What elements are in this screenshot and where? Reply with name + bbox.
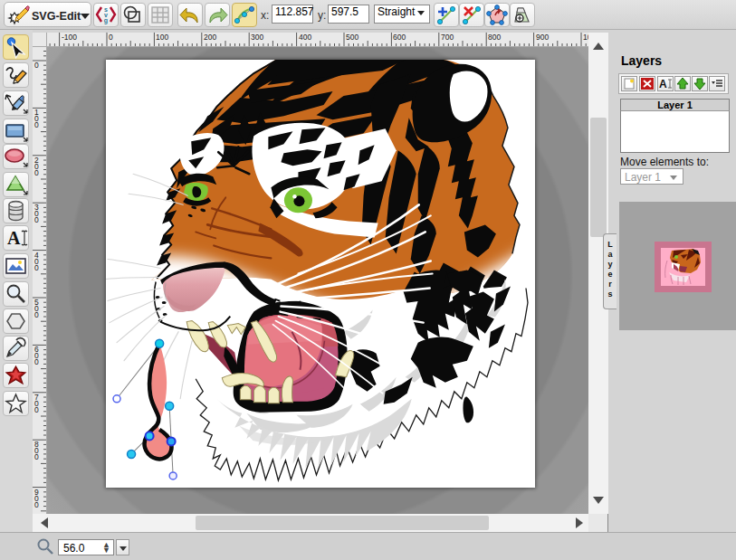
svg-text:500: 500 (34, 298, 39, 319)
svg-text:800: 800 (34, 440, 39, 461)
svg-text:400: 400 (299, 33, 311, 42)
svg-text:200: 200 (204, 33, 216, 42)
svg-text:900: 900 (536, 33, 549, 42)
svg-text:300: 300 (251, 33, 263, 42)
svg-text:600: 600 (393, 33, 406, 42)
svg-text:900: 900 (34, 488, 39, 509)
svg-text:400: 400 (34, 251, 39, 272)
svg-text:200: 200 (34, 156, 39, 177)
svg-text:500: 500 (346, 33, 358, 42)
svg-text:100: 100 (156, 33, 168, 42)
svg-text:0: 0 (109, 33, 113, 42)
svg-text:-100: -100 (62, 33, 77, 42)
svg-text:600: 600 (34, 345, 39, 366)
svg-text:A: A (659, 78, 667, 90)
svg-text:0: 0 (34, 61, 39, 70)
svg-text:700: 700 (441, 33, 454, 42)
svg-text:800: 800 (488, 33, 501, 42)
svg-text:g: g (104, 17, 108, 24)
svg-text:A: A (7, 228, 21, 248)
svg-text:100: 100 (34, 108, 39, 129)
svg-text:300: 300 (34, 203, 39, 224)
svg-text:700: 700 (34, 393, 39, 414)
